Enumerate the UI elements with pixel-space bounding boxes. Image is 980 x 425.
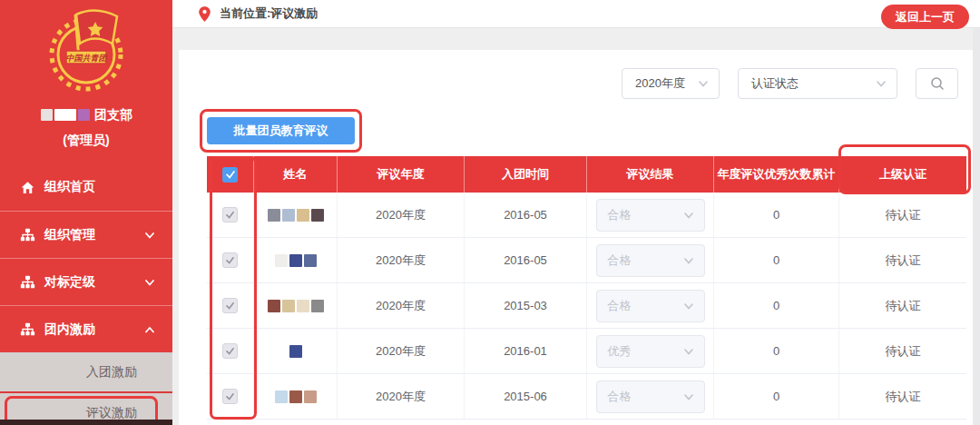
col-header-join-date: 入团时间 (465, 156, 587, 193)
sitemap-icon (20, 227, 35, 242)
members-table: 姓名 评议年度 入团时间 评议结果 年度评议优秀次数累计 上级认证 2020年度… (207, 156, 966, 420)
member-name-redacted (268, 209, 324, 222)
sidebar-item-label: 组织首页 (44, 179, 95, 195)
sidebar-item-league-incentive[interactable]: 团内激励 (0, 305, 172, 352)
org-name-redaction (40, 107, 91, 122)
excellent-count-cell: 0 (714, 283, 839, 328)
back-button[interactable]: 返回上一页 (881, 5, 969, 29)
sitemap-icon (20, 274, 35, 290)
row-checkbox[interactable] (222, 207, 238, 222)
sidebar-item-org-manage[interactable]: 组织管理 (0, 211, 172, 258)
org-role: (管理员) (0, 133, 172, 149)
sidebar-subitem-label: 评议激励 (86, 405, 137, 421)
member-name-redacted (268, 300, 324, 312)
row-checkbox[interactable] (222, 343, 238, 359)
col-header-result: 评议结果 (587, 156, 714, 193)
location-pin-icon (198, 5, 211, 23)
home-icon (20, 180, 35, 195)
result-select[interactable]: 合格 (596, 290, 705, 322)
chevron-down-icon (682, 209, 695, 222)
cert-status-cell: 待认证 (839, 193, 966, 237)
chevron-down-icon (697, 77, 710, 90)
svg-text:中国共青团: 中国共青团 (66, 54, 108, 63)
row-checkbox[interactable] (222, 298, 238, 313)
row-checkbox[interactable] (222, 252, 238, 268)
breadcrumb-location: 当前位置:评议激励 (220, 5, 318, 22)
cert-status-cell: 待认证 (839, 238, 966, 282)
join-date-cell: 2015-03 (465, 283, 587, 328)
sidebar-subitem-join-incentive[interactable]: 入团激励 (0, 352, 172, 391)
select-all-checkbox[interactable] (222, 167, 238, 183)
member-name-redacted (289, 345, 302, 358)
cert-status-cell: 待认证 (839, 283, 966, 328)
table-row: 2020年度 2016-01 优秀 0 待认证 (207, 329, 966, 374)
table-row: 2020年度 2016-05 合格 0 待认证 (207, 238, 966, 283)
review-year-cell: 2020年度 (338, 374, 465, 419)
excellent-count-cell: 0 (714, 238, 839, 282)
year-select-value: 2020年度 (635, 75, 685, 92)
search-icon (930, 76, 945, 91)
result-select[interactable]: 优秀 (596, 335, 705, 368)
search-button[interactable] (916, 68, 958, 99)
sidebar-nav: 组织首页 组织管理 对标定级 团内激励 入团激励 评议激励 (0, 163, 172, 425)
review-year-cell: 2020年度 (338, 193, 465, 237)
row-checkbox[interactable] (222, 389, 238, 404)
join-date-cell: 2016-05 (465, 238, 587, 282)
sidebar-subitem-label: 入团激励 (86, 364, 137, 381)
sidebar-submenu: 入团激励 评议激励 (0, 352, 172, 425)
result-select[interactable]: 合格 (596, 199, 705, 232)
topbar: 当前位置:评议激励 返回上一页 (172, 0, 980, 28)
col-header-name: 姓名 (254, 156, 338, 193)
table-row: 2020年度 2016-05 合格 0 待认证 (207, 193, 966, 238)
chevron-down-icon (682, 300, 695, 312)
chevron-down-icon (682, 254, 695, 267)
page-gutter (973, 28, 980, 425)
excellent-count-cell: 0 (714, 193, 839, 237)
chevron-down-icon (682, 390, 695, 403)
chevron-down-icon (875, 77, 887, 90)
sidebar-item-benchmark[interactable]: 对标定级 (0, 258, 172, 305)
review-year-cell: 2020年度 (338, 238, 465, 282)
batch-review-button[interactable]: 批量团员教育评议 (207, 117, 355, 144)
result-select[interactable]: 合格 (596, 381, 705, 413)
sidebar-item-org-home[interactable]: 组织首页 (0, 163, 172, 211)
league-emblem: 中国共青团 (0, 0, 172, 102)
join-date-cell: 2016-05 (465, 193, 587, 237)
sidebar-bottom-strip (0, 420, 172, 425)
sidebar: 中国共青团 团支部 (管理员) 组织首页 组织管理 对标定级 团内激励 (0, 0, 172, 425)
review-year-cell: 2020年度 (338, 329, 465, 373)
sidebar-item-label: 组织管理 (44, 227, 95, 243)
year-select[interactable]: 2020年度 (622, 68, 720, 99)
member-name-redacted (275, 390, 317, 403)
col-header-excellent-count: 年度评议优秀次数累计 (714, 156, 839, 193)
chevron-down-icon (143, 229, 156, 242)
join-date-cell: 2015-06 (465, 374, 587, 419)
cert-status-select[interactable]: 认证状态 (738, 68, 897, 99)
chevron-down-icon (143, 276, 156, 289)
col-header-supervisor-cert: 上级认证 (839, 156, 966, 193)
review-year-cell: 2020年度 (338, 283, 465, 328)
join-date-cell: 2016-01 (465, 329, 587, 373)
org-name: 团支部 (0, 107, 172, 124)
cert-status-select-value: 认证状态 (751, 75, 799, 92)
table-row: 2020年度 2015-06 合格 0 待认证 (207, 374, 966, 420)
sitemap-icon (20, 321, 35, 337)
cert-status-cell: 待认证 (839, 329, 966, 373)
cert-status-cell: 待认证 (839, 374, 966, 419)
content-card: 2020年度 认证状态 批量团员教育评议 姓名 评议年度 入团时间 评议结果 年… (179, 50, 973, 425)
sidebar-item-label: 团内激励 (44, 321, 95, 338)
excellent-count-cell: 0 (714, 374, 839, 419)
member-name-redacted (275, 254, 317, 267)
result-select[interactable]: 合格 (596, 244, 705, 277)
sidebar-item-label: 对标定级 (44, 274, 95, 291)
col-header-review-year: 评议年度 (338, 156, 465, 193)
excellent-count-cell: 0 (714, 329, 839, 373)
chevron-down-icon (682, 345, 695, 358)
table-row: 2020年度 2015-03 合格 0 待认证 (207, 283, 966, 329)
table-header-row: 姓名 评议年度 入团时间 评议结果 年度评议优秀次数累计 上级认证 (207, 156, 966, 193)
chevron-up-icon (143, 323, 156, 336)
